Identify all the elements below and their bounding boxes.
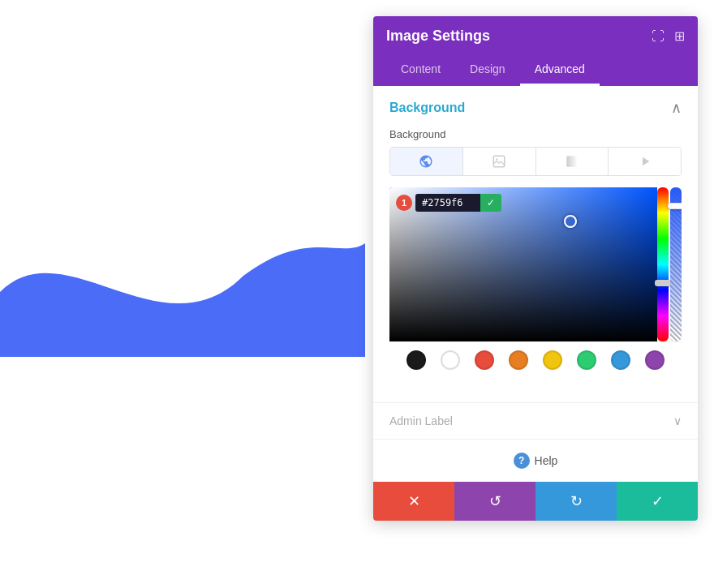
bg-type-gradient[interactable] [536,148,609,175]
panel-body: Background ∧ Background [373,86,698,482]
color-picker[interactable]: 1 ✓ [389,187,682,378]
tab-content[interactable]: Content [386,54,455,86]
cancel-button[interactable]: ✕ [373,482,454,521]
swatch-white[interactable] [441,350,460,370]
bg-type-image[interactable] [463,148,536,175]
hex-input[interactable] [415,194,480,212]
settings-panel: Image Settings ⛶ ⊞ Content Design Advanc… [373,16,698,521]
redo-button[interactable]: ↻ [536,482,617,521]
color-swatches [389,341,682,378]
admin-label-chevron-icon[interactable]: ∨ [673,414,682,427]
confirm-button[interactable]: ✓ [617,482,698,521]
tab-design[interactable]: Design [455,54,520,86]
bg-type-tabs [389,147,682,176]
hue-slider[interactable] [657,187,669,341]
help-label: Help [535,454,558,467]
panel-header: Image Settings ⛶ ⊞ Content Design Advanc… [373,16,698,86]
section-title: Background [389,101,465,115]
panel-title: Image Settings [386,28,490,45]
panel-icons: ⛶ ⊞ [652,30,685,43]
admin-label-title: Admin Label [389,414,453,427]
background-section: Background ∧ Background [373,86,698,402]
admin-label-section: Admin Label ∨ [373,402,698,439]
swatch-red[interactable] [475,350,494,370]
svg-rect-0 [493,156,505,167]
section-header: Background ∧ [389,99,682,117]
spectrum-handle[interactable] [564,215,577,228]
action-bar: ✕ ↺ ↻ ✓ [373,482,698,521]
fullscreen-icon[interactable]: ⛶ [652,30,665,43]
section-collapse-icon[interactable]: ∧ [671,99,682,117]
panel-title-row: Image Settings ⛶ ⊞ [386,28,685,45]
hex-input-row: 1 ✓ [396,194,501,212]
swatch-purple[interactable] [645,350,665,370]
svg-point-1 [496,158,497,160]
opacity-slider[interactable] [670,187,682,341]
bg-type-color[interactable] [390,148,463,175]
help-button[interactable]: ? Help [514,453,558,469]
help-section: ? Help [373,439,698,482]
hue-handle[interactable] [655,280,671,286]
bg-type-video[interactable] [609,148,681,175]
swatch-orange[interactable] [509,350,528,370]
swatch-green[interactable] [577,350,596,370]
badge-number: 1 [396,195,412,211]
swatch-blue[interactable] [611,350,630,370]
wave-shape [0,211,365,357]
tabs-row: Content Design Advanced [386,54,685,86]
hex-confirm-button[interactable]: ✓ [480,194,501,212]
undo-button[interactable]: ↺ [454,482,536,521]
opacity-handle[interactable] [668,203,682,209]
help-icon: ? [514,453,530,469]
grid-icon[interactable]: ⊞ [674,30,685,43]
swatch-black[interactable] [406,350,426,370]
svg-rect-2 [566,156,578,167]
swatch-yellow[interactable] [543,350,562,370]
background-field-label: Background [389,128,682,140]
admin-label-header[interactable]: Admin Label ∨ [389,414,682,427]
tab-advanced[interactable]: Advanced [520,54,600,86]
